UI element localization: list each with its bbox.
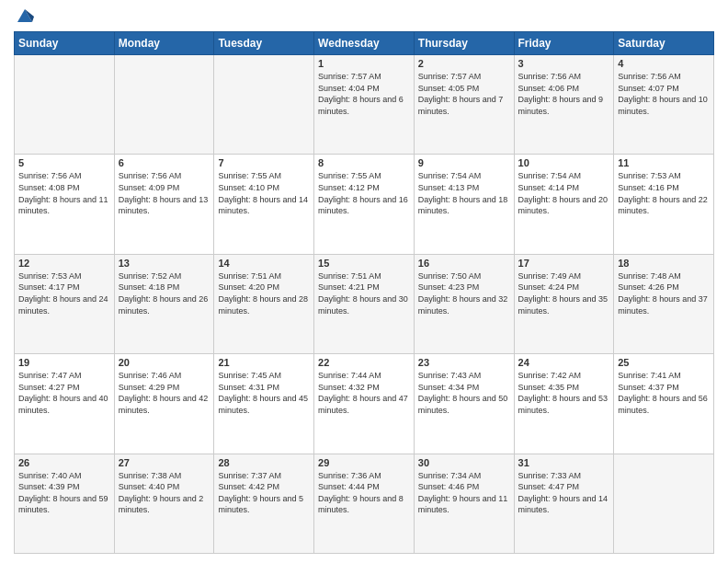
header-monday: Monday <box>114 32 214 55</box>
calendar-page: Sunday Monday Tuesday Wednesday Thursday… <box>0 0 728 563</box>
calendar-cell: 3Sunrise: 7:56 AM Sunset: 4:06 PM Daylig… <box>514 55 614 155</box>
calendar-cell: 9Sunrise: 7:54 AM Sunset: 4:13 PM Daylig… <box>414 155 514 254</box>
day-info: Sunrise: 7:33 AM Sunset: 4:47 PM Dayligh… <box>518 470 610 516</box>
day-number: 18 <box>618 258 710 269</box>
day-number: 22 <box>318 357 410 368</box>
day-number: 28 <box>218 457 310 468</box>
day-number: 3 <box>518 58 610 69</box>
day-number: 6 <box>119 157 210 168</box>
calendar-cell: 15Sunrise: 7:51 AM Sunset: 4:21 PM Dayli… <box>314 254 415 353</box>
calendar-cell: 1Sunrise: 7:57 AM Sunset: 4:04 PM Daylig… <box>314 55 415 155</box>
day-number: 17 <box>518 258 610 269</box>
day-number: 9 <box>418 157 510 168</box>
header-wednesday: Wednesday <box>314 32 415 55</box>
day-number: 4 <box>618 58 710 69</box>
calendar-cell <box>214 55 314 155</box>
header-thursday: Thursday <box>414 32 514 55</box>
calendar-cell: 22Sunrise: 7:44 AM Sunset: 4:32 PM Dayli… <box>314 354 415 454</box>
day-info: Sunrise: 7:55 AM Sunset: 4:10 PM Dayligh… <box>218 170 310 216</box>
day-number: 21 <box>218 357 310 368</box>
day-info: Sunrise: 7:57 AM Sunset: 4:04 PM Dayligh… <box>318 71 410 117</box>
day-number: 23 <box>418 357 510 368</box>
header-tuesday: Tuesday <box>214 32 314 55</box>
calendar-week-3: 12Sunrise: 7:53 AM Sunset: 4:17 PM Dayli… <box>15 254 714 353</box>
day-number: 24 <box>518 357 610 368</box>
day-info: Sunrise: 7:56 AM Sunset: 4:08 PM Dayligh… <box>18 170 110 216</box>
day-number: 20 <box>119 357 210 368</box>
day-info: Sunrise: 7:52 AM Sunset: 4:18 PM Dayligh… <box>119 270 210 316</box>
calendar-cell: 2Sunrise: 7:57 AM Sunset: 4:05 PM Daylig… <box>414 55 514 155</box>
calendar-cell: 28Sunrise: 7:37 AM Sunset: 4:42 PM Dayli… <box>214 454 314 553</box>
day-info: Sunrise: 7:46 AM Sunset: 4:29 PM Dayligh… <box>119 370 210 416</box>
calendar-cell: 30Sunrise: 7:34 AM Sunset: 4:46 PM Dayli… <box>414 454 514 553</box>
header-sunday: Sunday <box>15 32 115 55</box>
calendar-cell: 16Sunrise: 7:50 AM Sunset: 4:23 PM Dayli… <box>414 254 514 353</box>
day-info: Sunrise: 7:53 AM Sunset: 4:17 PM Dayligh… <box>18 270 110 316</box>
calendar-week-4: 19Sunrise: 7:47 AM Sunset: 4:27 PM Dayli… <box>15 354 714 454</box>
day-info: Sunrise: 7:56 AM Sunset: 4:09 PM Dayligh… <box>119 170 210 216</box>
day-number: 27 <box>119 457 210 468</box>
calendar-cell: 23Sunrise: 7:43 AM Sunset: 4:34 PM Dayli… <box>414 354 514 454</box>
day-info: Sunrise: 7:56 AM Sunset: 4:06 PM Dayligh… <box>518 71 610 117</box>
day-number: 2 <box>418 58 510 69</box>
calendar-cell: 17Sunrise: 7:49 AM Sunset: 4:24 PM Dayli… <box>514 254 614 353</box>
day-info: Sunrise: 7:49 AM Sunset: 4:24 PM Dayligh… <box>518 270 610 316</box>
day-number: 14 <box>218 258 310 269</box>
calendar-cell: 12Sunrise: 7:53 AM Sunset: 4:17 PM Dayli… <box>15 254 115 353</box>
day-info: Sunrise: 7:56 AM Sunset: 4:07 PM Dayligh… <box>618 71 710 117</box>
calendar-cell: 26Sunrise: 7:40 AM Sunset: 4:39 PM Dayli… <box>15 454 115 553</box>
header-saturday: Saturday <box>614 32 714 55</box>
day-number: 7 <box>218 157 310 168</box>
calendar-cell: 29Sunrise: 7:36 AM Sunset: 4:44 PM Dayli… <box>314 454 415 553</box>
day-info: Sunrise: 7:37 AM Sunset: 4:42 PM Dayligh… <box>218 470 310 516</box>
day-info: Sunrise: 7:42 AM Sunset: 4:35 PM Dayligh… <box>518 370 610 416</box>
logo <box>14 9 34 24</box>
day-info: Sunrise: 7:51 AM Sunset: 4:20 PM Dayligh… <box>218 270 310 316</box>
day-number: 29 <box>318 457 410 468</box>
calendar-cell: 10Sunrise: 7:54 AM Sunset: 4:14 PM Dayli… <box>514 155 614 254</box>
day-number: 15 <box>318 258 410 269</box>
day-number: 10 <box>518 157 610 168</box>
day-info: Sunrise: 7:50 AM Sunset: 4:23 PM Dayligh… <box>418 270 510 316</box>
day-number: 31 <box>518 457 610 468</box>
day-info: Sunrise: 7:51 AM Sunset: 4:21 PM Dayligh… <box>318 270 410 316</box>
day-info: Sunrise: 7:47 AM Sunset: 4:27 PM Dayligh… <box>18 370 110 416</box>
calendar-cell <box>114 55 214 155</box>
calendar-cell: 4Sunrise: 7:56 AM Sunset: 4:07 PM Daylig… <box>614 55 714 155</box>
calendar-cell: 5Sunrise: 7:56 AM Sunset: 4:08 PM Daylig… <box>15 155 115 254</box>
day-number: 16 <box>418 258 510 269</box>
calendar-cell: 8Sunrise: 7:55 AM Sunset: 4:12 PM Daylig… <box>314 155 415 254</box>
weekday-header-row: Sunday Monday Tuesday Wednesday Thursday… <box>15 32 714 55</box>
calendar-cell <box>614 454 714 553</box>
day-info: Sunrise: 7:34 AM Sunset: 4:46 PM Dayligh… <box>418 470 510 516</box>
day-number: 30 <box>418 457 510 468</box>
day-info: Sunrise: 7:54 AM Sunset: 4:14 PM Dayligh… <box>518 170 610 216</box>
day-number: 13 <box>119 258 210 269</box>
header-friday: Friday <box>514 32 614 55</box>
calendar-cell: 13Sunrise: 7:52 AM Sunset: 4:18 PM Dayli… <box>114 254 214 353</box>
day-info: Sunrise: 7:48 AM Sunset: 4:26 PM Dayligh… <box>618 270 710 316</box>
calendar-cell <box>15 55 115 155</box>
day-info: Sunrise: 7:45 AM Sunset: 4:31 PM Dayligh… <box>218 370 310 416</box>
calendar-week-1: 1Sunrise: 7:57 AM Sunset: 4:04 PM Daylig… <box>15 55 714 155</box>
day-info: Sunrise: 7:38 AM Sunset: 4:40 PM Dayligh… <box>119 470 210 516</box>
day-info: Sunrise: 7:54 AM Sunset: 4:13 PM Dayligh… <box>418 170 510 216</box>
calendar-table: Sunday Monday Tuesday Wednesday Thursday… <box>14 31 714 554</box>
calendar-cell: 19Sunrise: 7:47 AM Sunset: 4:27 PM Dayli… <box>15 354 115 454</box>
calendar-cell: 11Sunrise: 7:53 AM Sunset: 4:16 PM Dayli… <box>614 155 714 254</box>
calendar-cell: 25Sunrise: 7:41 AM Sunset: 4:37 PM Dayli… <box>614 354 714 454</box>
calendar-cell: 20Sunrise: 7:46 AM Sunset: 4:29 PM Dayli… <box>114 354 214 454</box>
calendar-week-2: 5Sunrise: 7:56 AM Sunset: 4:08 PM Daylig… <box>15 155 714 254</box>
day-info: Sunrise: 7:43 AM Sunset: 4:34 PM Dayligh… <box>418 370 510 416</box>
day-number: 1 <box>318 58 410 69</box>
calendar-cell: 24Sunrise: 7:42 AM Sunset: 4:35 PM Dayli… <box>514 354 614 454</box>
day-info: Sunrise: 7:57 AM Sunset: 4:05 PM Dayligh… <box>418 71 510 117</box>
day-number: 11 <box>618 157 710 168</box>
day-info: Sunrise: 7:53 AM Sunset: 4:16 PM Dayligh… <box>618 170 710 216</box>
day-info: Sunrise: 7:44 AM Sunset: 4:32 PM Dayligh… <box>318 370 410 416</box>
day-info: Sunrise: 7:41 AM Sunset: 4:37 PM Dayligh… <box>618 370 710 416</box>
day-info: Sunrise: 7:36 AM Sunset: 4:44 PM Dayligh… <box>318 470 410 516</box>
calendar-cell: 6Sunrise: 7:56 AM Sunset: 4:09 PM Daylig… <box>114 155 214 254</box>
calendar-cell: 31Sunrise: 7:33 AM Sunset: 4:47 PM Dayli… <box>514 454 614 553</box>
day-number: 12 <box>18 258 110 269</box>
